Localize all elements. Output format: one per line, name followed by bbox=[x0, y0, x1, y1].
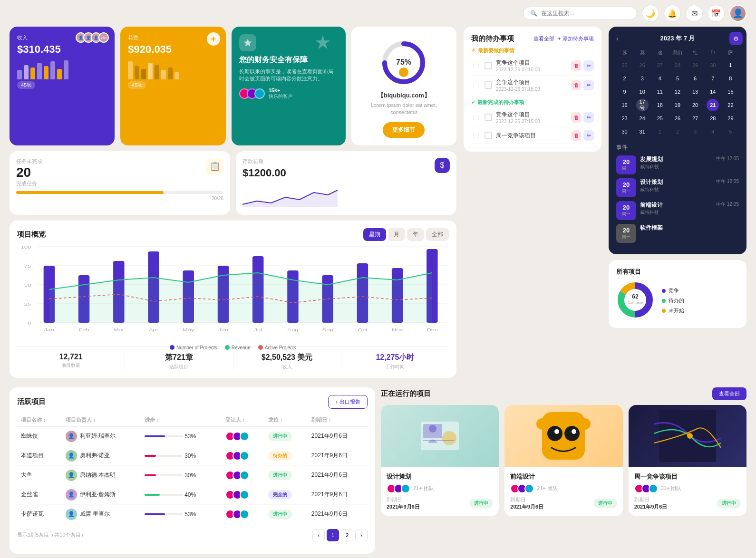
cal-day-aug5[interactable]: 5 bbox=[724, 125, 737, 138]
todo-checkbox-1[interactable] bbox=[485, 62, 492, 69]
tab-group: 星期 月 年 全部 bbox=[363, 228, 449, 241]
cal-day-aug1[interactable]: 1 bbox=[654, 125, 666, 138]
tab-all[interactable]: 全部 bbox=[426, 228, 449, 241]
cal-day-jun29[interactable]: 29 bbox=[689, 59, 701, 71]
col-due[interactable]: 到期日 ↕ bbox=[308, 414, 368, 427]
event-time-3: 中午 12:05 bbox=[716, 201, 739, 208]
cal-day-18[interactable]: 18 bbox=[654, 99, 666, 111]
cal-day-9[interactable]: 9 bbox=[619, 86, 631, 98]
settings-button[interactable]: ⚙ bbox=[729, 32, 743, 45]
cal-day-jun25[interactable]: 25 bbox=[619, 59, 631, 71]
drag-handle-1[interactable]: ⋮⋮ bbox=[471, 63, 481, 68]
todo-delete-4[interactable]: 🗑 bbox=[571, 130, 582, 141]
tab-yearly[interactable]: 年 bbox=[407, 228, 424, 241]
col-progress[interactable]: 进步 ↕ bbox=[141, 414, 222, 427]
cal-day-13[interactable]: 13 bbox=[689, 86, 701, 98]
cal-day-11[interactable]: 11 bbox=[654, 86, 666, 98]
todo-edit-2[interactable]: ✏ bbox=[583, 80, 594, 90]
todo-content-1: 竞争这个项目 2023-12-26 07:15:00 bbox=[496, 59, 567, 72]
cal-day-20[interactable]: 20 bbox=[689, 99, 701, 111]
cal-day-31[interactable]: 31 bbox=[636, 125, 649, 138]
cal-day-1[interactable]: 1 bbox=[724, 59, 737, 71]
todo-checkbox-2[interactable] bbox=[485, 81, 492, 89]
todo-checkbox-3[interactable] bbox=[485, 114, 492, 121]
cal-day-25[interactable]: 25 bbox=[654, 112, 666, 125]
mail-button[interactable]: ✉ bbox=[686, 5, 703, 22]
drag-handle-4[interactable]: ⋮⋮ bbox=[471, 133, 481, 138]
pagination: 显示1到5条目（共10个条目） ‹ 1 2 › bbox=[17, 524, 368, 546]
todo-edit-1[interactable]: ✏ bbox=[583, 60, 594, 71]
cal-day-3[interactable]: 3 bbox=[636, 72, 649, 85]
dark-mode-button[interactable]: 🌙 bbox=[642, 5, 659, 22]
drag-handle-2[interactable]: ⋮⋮ bbox=[471, 83, 481, 88]
cal-day-jun27[interactable]: 27 bbox=[654, 59, 666, 71]
prev-page-button[interactable]: ‹ bbox=[312, 529, 325, 541]
page-2-button[interactable]: 2 bbox=[341, 529, 353, 541]
search-input[interactable] bbox=[541, 10, 627, 17]
cal-day-aug3[interactable]: 3 bbox=[689, 125, 701, 138]
cal-day-15[interactable]: 15 bbox=[724, 86, 737, 98]
cal-day-2[interactable]: 2 bbox=[619, 72, 631, 85]
cal-day-27[interactable]: 27 bbox=[689, 112, 701, 125]
search-bar[interactable]: 🔍 bbox=[523, 7, 637, 20]
export-button[interactable]: ↑ 出口报告 bbox=[328, 395, 368, 409]
stat-projects-label: 项目数量 bbox=[17, 362, 125, 369]
notification-button[interactable]: 🔔 bbox=[664, 5, 681, 22]
col-assignee[interactable]: 受让人 ↕ bbox=[222, 414, 264, 427]
cal-day-16[interactable]: 16 bbox=[619, 99, 631, 111]
view-all-button[interactable]: 查看全部 bbox=[712, 387, 746, 400]
todo-view-all[interactable]: 查看全部 bbox=[533, 35, 554, 42]
col-name[interactable]: 项目名称 ↕ bbox=[17, 414, 62, 427]
todo-edit-3[interactable]: ✏ bbox=[583, 112, 594, 123]
svg-text:Sep: Sep bbox=[322, 327, 333, 332]
cal-day-22[interactable]: 22 bbox=[724, 99, 737, 111]
todo-delete-2[interactable]: 🗑 bbox=[571, 80, 582, 90]
cal-day-jun26[interactable]: 26 bbox=[636, 59, 649, 71]
avatar[interactable]: 👤 bbox=[729, 5, 746, 22]
tab-monthly[interactable]: 月 bbox=[388, 228, 405, 241]
cal-day-26[interactable]: 26 bbox=[671, 112, 684, 125]
cal-day-24[interactable]: 24 bbox=[636, 112, 649, 125]
todo-add-button[interactable]: + 添加待办事项 bbox=[558, 35, 594, 42]
todo-delete-1[interactable]: 🗑 bbox=[571, 60, 582, 71]
cal-day-12[interactable]: 12 bbox=[671, 86, 684, 98]
cal-day-30[interactable]: 30 bbox=[619, 125, 631, 138]
todo-delete-3[interactable]: 🗑 bbox=[571, 112, 582, 123]
due-label-frontend: 到期日 2021年9月6日 bbox=[510, 496, 543, 510]
cal-day-aug2[interactable]: 2 bbox=[671, 125, 684, 138]
cal-day-5[interactable]: 5 bbox=[671, 72, 684, 85]
col-position[interactable]: 龙位 ↕ bbox=[264, 414, 307, 427]
cal-day-17[interactable]: 17号 bbox=[636, 99, 649, 111]
cal-day-29[interactable]: 29 bbox=[724, 112, 737, 125]
calendar-button[interactable]: 📅 bbox=[708, 5, 725, 22]
next-page-button[interactable]: › bbox=[355, 529, 368, 541]
cal-day-7[interactable]: 7 bbox=[707, 72, 719, 85]
search-icon: 🔍 bbox=[530, 10, 537, 17]
security-detail-button[interactable]: 更多细节 bbox=[383, 122, 425, 138]
cal-day-jun30[interactable]: 30 bbox=[707, 59, 719, 71]
stat-projects-val: 12,721 bbox=[17, 353, 125, 361]
cal-day-6[interactable]: 6 bbox=[689, 72, 701, 85]
page-1-button[interactable]: 1 bbox=[327, 529, 339, 541]
tab-weekly[interactable]: 星期 bbox=[363, 228, 386, 241]
drag-handle-3[interactable]: ⋮⋮ bbox=[471, 115, 481, 120]
legend-compete: 竞争 bbox=[662, 287, 684, 294]
row-3-progress: 30% bbox=[141, 465, 222, 485]
calendar-prev-button[interactable]: ‹ bbox=[616, 35, 619, 42]
todo-edit-4[interactable]: ✏ bbox=[583, 130, 594, 141]
cal-day-21[interactable]: 21 bbox=[707, 99, 719, 111]
event-2: 20 周一 设计策划 威特科技 中午 12:05 bbox=[616, 178, 739, 197]
cal-day-23[interactable]: 23 bbox=[619, 112, 631, 125]
cal-day-14[interactable]: 14 bbox=[707, 86, 719, 98]
cal-day-aug4[interactable]: 4 bbox=[707, 125, 719, 138]
cal-day-jun28[interactable]: 28 bbox=[671, 59, 684, 71]
cal-day-8[interactable]: 8 bbox=[724, 72, 737, 85]
todo-checkbox-4[interactable] bbox=[485, 132, 492, 139]
todo-actions-header: 查看全部 + 添加待办事项 bbox=[533, 35, 594, 42]
cal-day-10[interactable]: 10 bbox=[636, 86, 649, 98]
col-owner[interactable]: 项目负责人 ↕ bbox=[62, 414, 141, 427]
cal-day-4[interactable]: 4 bbox=[654, 72, 666, 85]
cal-day-19[interactable]: 19 bbox=[671, 99, 684, 111]
urgent-label: ⚠ 最新要做的事情 bbox=[471, 47, 594, 54]
cal-day-28[interactable]: 28 bbox=[707, 112, 719, 125]
